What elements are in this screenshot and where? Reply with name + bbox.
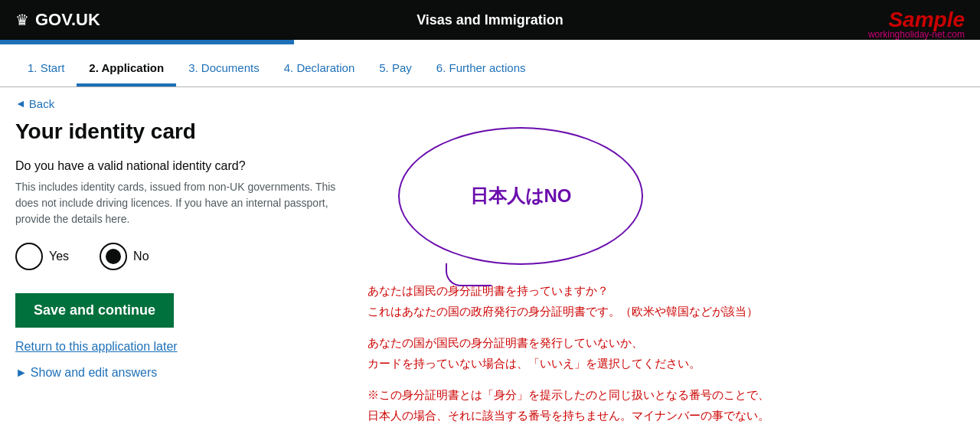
speech-bubble-container: 日本人はNO	[368, 127, 965, 265]
annotation-3: ※この身分証明書とは「身分」を提示したのと同じ扱いとなる番号のことで、 日本人の…	[368, 384, 965, 426]
page-title: Your identity card	[15, 119, 337, 144]
show-edit-link[interactable]: ► Show and edit answers	[15, 366, 337, 380]
steps-navigation: 1. Start 2. Application 3. Documents 4. …	[0, 44, 980, 87]
gov-uk-title: GOV.UK	[35, 10, 100, 30]
question-text: Do you have a valid national identity ca…	[15, 159, 337, 173]
back-label: Back	[29, 97, 54, 110]
speech-bubble-tail	[446, 263, 492, 286]
radio-group: Yes No	[15, 243, 337, 270]
radio-yes-circle[interactable]	[15, 243, 43, 270]
main-content: Your identity card Do you have a valid n…	[0, 119, 980, 436]
right-column: 日本人はNO あなたは国民の身分証明書を持っていますか？ これはあなたの国の政府…	[368, 119, 965, 436]
gov-logo: ♛ GOV.UK	[15, 10, 100, 30]
hint-text: This includes identity cards, issued fro…	[15, 179, 337, 227]
radio-no-circle[interactable]	[100, 243, 127, 270]
step-application[interactable]: 2. Application	[77, 55, 176, 87]
back-link[interactable]: ◄ Back	[15, 97, 54, 110]
return-link[interactable]: Return to this application later	[15, 340, 337, 354]
step-pay[interactable]: 5. Pay	[367, 55, 424, 87]
watermark-url: workingholiday-net.com	[868, 29, 965, 40]
radio-yes-label: Yes	[49, 250, 69, 263]
back-link-container: ◄ Back	[0, 87, 980, 119]
annotation-1: あなたは国民の身分証明書を持っていますか？ これはあなたの国の政府発行の身分証明…	[368, 280, 965, 322]
step-documents[interactable]: 3. Documents	[176, 55, 272, 87]
speech-bubble: 日本人はNO	[398, 127, 643, 265]
show-edit-label: Show and edit answers	[31, 366, 157, 380]
save-continue-button[interactable]: Save and continue	[15, 293, 174, 328]
site-header: ♛ GOV.UK Visas and Immigration Sample wo…	[0, 0, 980, 40]
crown-icon: ♛	[15, 11, 29, 29]
back-arrow-icon: ◄	[15, 97, 26, 109]
step-start[interactable]: 1. Start	[15, 55, 77, 87]
triangle-icon: ►	[15, 366, 28, 380]
service-title: Visas and Immigration	[416, 12, 564, 28]
step-declaration[interactable]: 4. Declaration	[272, 55, 368, 87]
annotation-2: あなたの国が国民の身分証明書を発行していないか、 カードを持っていない場合は、「…	[368, 332, 965, 374]
speech-bubble-text: 日本人はNO	[470, 184, 572, 208]
radio-no-label: No	[133, 250, 149, 263]
left-column: Your identity card Do you have a valid n…	[15, 119, 337, 436]
annotations-container: あなたは国民の身分証明書を持っていますか？ これはあなたの国の政府発行の身分証明…	[368, 280, 965, 426]
radio-yes-option[interactable]: Yes	[15, 243, 69, 270]
radio-no-option[interactable]: No	[100, 243, 149, 270]
step-further-actions[interactable]: 6. Further actions	[424, 55, 538, 87]
